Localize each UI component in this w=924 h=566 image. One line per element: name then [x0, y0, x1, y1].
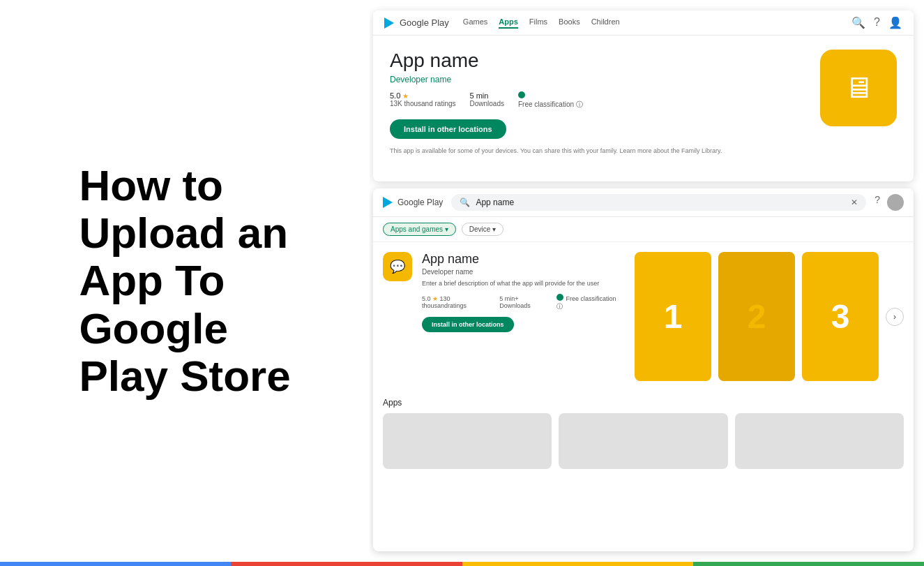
top-screenshot: Google Play Games Apps Films Books Child… [373, 10, 914, 181]
rating-sub: 13K thousand ratings [390, 100, 456, 107]
bottom-color-bar [0, 562, 924, 566]
stats-row-top: 5.0 ★ 13K thousand ratings 5 min Downloa… [390, 91, 806, 110]
nav-children[interactable]: Children [591, 17, 620, 29]
rating-stat: 5.0 ★ 13K thousand ratings [390, 91, 456, 110]
logo-text-top: Google Play [400, 17, 449, 28]
screenshot-1-number: 1 [664, 297, 683, 336]
bottom-icons: ? [874, 194, 904, 211]
bottom-nav: Google Play 🔍 App name ✕ ? [373, 188, 914, 217]
screenshots-carousel: 1 2 3 › [635, 252, 904, 381]
account-icon[interactable]: 👤 [888, 16, 902, 29]
app-info-top: App name Developer name 5.0 ★ 13K thousa… [390, 50, 806, 154]
search-text[interactable]: App name [476, 198, 845, 207]
dev-name-bottom: Developer name [422, 268, 618, 276]
app-card-2 [559, 413, 727, 469]
help-icon-bottom[interactable]: ? [874, 194, 880, 211]
app-icon-top: 🖥 [820, 50, 897, 126]
monitor-icon: 🖥 [844, 71, 873, 105]
left-panel: How to Upload an App To Google Play Stor… [0, 0, 370, 562]
free-label: Free classification ⓘ [518, 100, 583, 110]
filter-device-label: Device ▾ [469, 225, 496, 233]
downloads-val: 5 min [470, 91, 489, 100]
chat-icon: 💬 [390, 259, 405, 274]
search-icon-bottom: 🔍 [460, 198, 470, 207]
logo-text-bottom: Google Play [397, 198, 443, 207]
bar-green [693, 562, 924, 566]
app-detail-bottom: App name Developer name Enter a brief de… [422, 252, 618, 381]
filter-apps-games[interactable]: Apps and games ▾ [383, 223, 456, 236]
dev-name-top: Developer name [390, 75, 806, 84]
title-line4: Google [79, 304, 228, 352]
search-icon[interactable]: 🔍 [851, 16, 865, 29]
screenshot-3: 3 [802, 252, 879, 381]
bottom-body: 💬 App name Developer name Enter a brief … [373, 242, 914, 391]
top-body: App name Developer name 5.0 ★ 13K thousa… [373, 36, 914, 168]
top-nav: Google Play Games Apps Films Books Child… [373, 10, 914, 36]
install-button-bottom[interactable]: Install in other locations [422, 317, 514, 332]
carousel-next-button[interactable]: › [886, 308, 904, 326]
main-content: How to Upload an App To Google Play Stor… [0, 0, 924, 562]
app-card-1 [383, 413, 552, 469]
play-triangle-icon-bottom [383, 197, 393, 208]
nav-games[interactable]: Games [463, 17, 487, 29]
app-name-bottom: App name [422, 252, 618, 267]
apps-label: Apps [383, 398, 904, 408]
top-nav-icons: 🔍 ? 👤 [851, 16, 902, 29]
title-line5: Play Store [79, 352, 290, 400]
search-bar[interactable]: 🔍 App name ✕ [451, 194, 866, 211]
family-note-top: This app is available for some of your d… [390, 147, 806, 154]
top-nav-items: Games Apps Films Books Children [463, 17, 620, 29]
bottom-screenshot: Google Play 🔍 App name ✕ ? Apps and game… [373, 188, 914, 551]
install-button-top[interactable]: Install in other locations [390, 119, 506, 139]
bar-blue [0, 562, 231, 566]
rating-val: 5.0 ★ [390, 91, 409, 100]
apps-section: Apps [373, 391, 914, 473]
free-bottom: Free classification ⓘ [556, 294, 618, 311]
downloads-bottom: 5 min+ Downloads [499, 295, 546, 309]
screenshot-2-number: 2 [748, 297, 766, 336]
title-line2: Upload an [79, 209, 288, 257]
nav-films[interactable]: Films [529, 17, 547, 29]
screenshot-3-number: 3 [831, 297, 850, 336]
filter-row: Apps and games ▾ Device ▾ [373, 217, 914, 242]
app-icon-bottom: 💬 [383, 252, 412, 281]
rating-bottom: 5.0 ★ 130 thousandratings [422, 295, 490, 309]
free-dot-icon [518, 91, 528, 100]
app-card-3 [735, 413, 904, 469]
google-play-logo-bottom: Google Play [383, 197, 443, 208]
filter-device[interactable]: Device ▾ [462, 223, 503, 236]
help-icon[interactable]: ? [874, 16, 880, 29]
downloads-sub: Downloads [470, 100, 504, 107]
bar-yellow [462, 562, 693, 566]
google-play-logo-top: Google Play [384, 17, 449, 29]
nav-apps[interactable]: Apps [499, 17, 518, 29]
downloads-stat: 5 min Downloads [470, 91, 504, 110]
app-cards-row [383, 413, 904, 469]
app-name-top: App name [390, 50, 806, 72]
screenshot-2: 2 [718, 252, 795, 381]
avatar[interactable] [887, 194, 904, 211]
free-stat: Free classification ⓘ [518, 91, 583, 110]
title-line3: App To [79, 256, 225, 304]
search-clear-icon[interactable]: ✕ [851, 198, 858, 207]
title-line1: How to [79, 161, 223, 209]
stats-row-bottom: 5.0 ★ 130 thousandratings 5 min+ Downloa… [422, 294, 618, 311]
filter-apps-games-label: Apps and games ▾ [391, 225, 448, 233]
desc-text: Enter a brief description of what the ap… [422, 279, 618, 288]
play-triangle-icon [384, 17, 394, 29]
right-panel: Google Play Games Apps Films Books Child… [370, 0, 924, 562]
bar-red [231, 562, 462, 566]
nav-books[interactable]: Books [559, 17, 580, 29]
screenshot-1: 1 [635, 252, 711, 381]
main-title: How to Upload an App To Google Play Stor… [79, 162, 290, 400]
